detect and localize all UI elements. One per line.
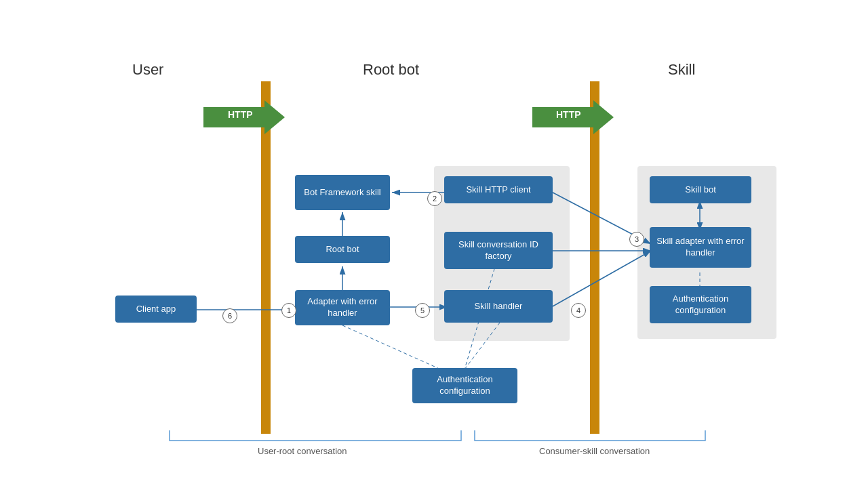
circle-4: 4 <box>571 303 586 318</box>
skill-handler-box: Skill handler <box>444 290 553 323</box>
svg-line-11 <box>342 325 441 369</box>
user-root-conv-label: User-root conversation <box>258 446 347 456</box>
skill-http-client-box: Skill HTTP client <box>444 176 553 203</box>
circle-6: 6 <box>222 308 237 323</box>
root-bot-box: Root bot <box>295 236 390 263</box>
user-label: User <box>132 61 163 79</box>
skill-conv-id-factory-box: Skill conversation ID factory <box>444 232 553 269</box>
adapter-with-error-box: Adapter with error handler <box>295 290 390 325</box>
right-bar <box>590 81 599 434</box>
consumer-skill-conv-label: Consumer-skill conversation <box>539 446 650 456</box>
left-bar <box>261 81 271 434</box>
root-bot-label: Root bot <box>363 61 419 79</box>
diagram-container: HTTP HTTP User Root bot Skill Client app… <box>0 0 868 488</box>
skill-label: Skill <box>668 61 695 79</box>
skill-bot-box: Skill bot <box>650 176 751 203</box>
http-left-arrow <box>203 100 285 134</box>
http-right-arrow <box>532 100 614 134</box>
auth-config-center-box: Authentication configuration <box>412 368 517 403</box>
http-label-right: HTTP <box>556 109 581 120</box>
circle-5: 5 <box>415 303 430 318</box>
auth-config-right-box: Authentication configuration <box>650 286 751 323</box>
circle-3: 3 <box>629 232 644 247</box>
http-label-left: HTTP <box>228 109 253 120</box>
bot-framework-skill-box: Bot Framework skill <box>295 175 390 210</box>
client-app-box: Client app <box>115 296 197 323</box>
circle-1: 1 <box>281 303 296 318</box>
circle-2: 2 <box>427 191 442 206</box>
skill-adapter-error-box: Skill adapter with error handler <box>650 227 751 268</box>
